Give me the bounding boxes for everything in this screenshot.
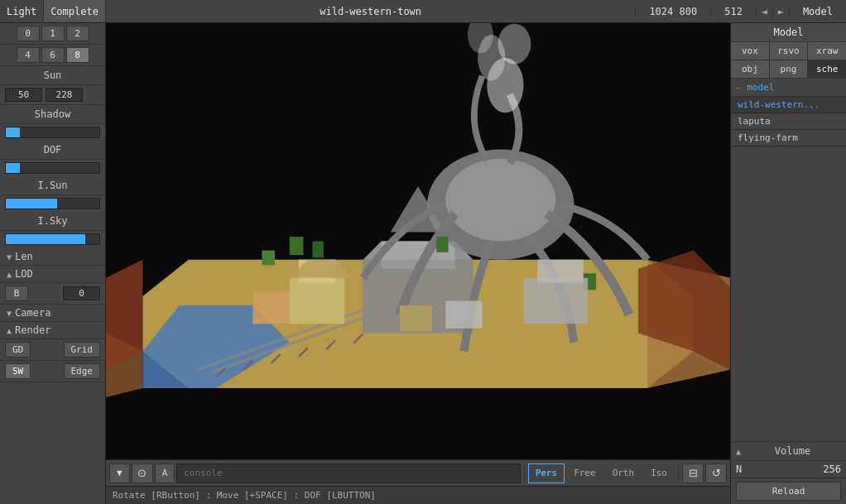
sun-input-2[interactable] xyxy=(46,88,83,102)
shadow-slider[interactable] xyxy=(5,127,100,138)
model-tab-label: Model xyxy=(790,6,846,17)
volume-section: ▲ Volume N 256 Reload xyxy=(731,441,846,504)
png-btn[interactable]: png xyxy=(770,60,809,78)
svg-rect-23 xyxy=(290,237,304,255)
refresh-icon: ↺ xyxy=(712,467,721,479)
gd-btn[interactable]: GD xyxy=(5,342,31,358)
right-panel: Model vox rsvo xraw obj png sche - model… xyxy=(730,23,846,504)
dof-slider-fill xyxy=(6,163,20,173)
lod-row[interactable]: ▲ LOD xyxy=(0,266,105,283)
free-label: Free xyxy=(574,468,596,478)
scene-name: wild-western-town xyxy=(106,6,635,17)
num-btn-8[interactable]: 8 xyxy=(66,47,89,63)
console-input[interactable] xyxy=(176,463,520,483)
right-btn-row-1: vox rsvo xraw xyxy=(731,42,846,60)
sun-input-1[interactable] xyxy=(5,88,42,102)
lod-b-btn[interactable]: B xyxy=(5,286,28,301)
isky-slider-fill xyxy=(6,234,85,244)
down-arrow-icon: ▼ xyxy=(117,468,123,478)
complete-tab[interactable]: Complete xyxy=(44,0,106,22)
canvas-view[interactable] xyxy=(106,23,730,459)
render-label: Render xyxy=(15,324,50,336)
vox-btn[interactable]: vox xyxy=(731,42,770,60)
vol-n-val: 256 xyxy=(823,463,841,475)
len-row[interactable]: ▼ Len xyxy=(0,248,105,266)
left-panel: 0 1 2 4 6 8 Sun Shadow DOF I.Sun xyxy=(0,23,106,504)
num-btn-4[interactable]: 4 xyxy=(17,47,40,63)
xraw-btn[interactable]: xraw xyxy=(808,42,846,60)
lod-arrow: ▲ xyxy=(7,270,12,279)
num-btn-2[interactable]: 2 xyxy=(66,26,89,41)
dof-slider[interactable] xyxy=(5,162,100,174)
toolbar-sep-2 xyxy=(678,465,679,482)
right-panel-spacer xyxy=(731,146,846,441)
num-btn-1[interactable]: 1 xyxy=(41,26,65,41)
svg-rect-26 xyxy=(436,237,448,252)
model-section-label[interactable]: - model xyxy=(736,82,841,93)
iso-btn[interactable]: Iso xyxy=(643,463,675,483)
num-row-2: 4 6 8 xyxy=(0,45,105,66)
orth-btn[interactable]: Orth xyxy=(605,463,642,483)
svg-rect-31 xyxy=(252,291,289,324)
len-arrow: ▼ xyxy=(7,252,12,262)
volume-header: ▲ Volume xyxy=(731,442,846,461)
top-bar: Light Complete wild-western-town 1024 80… xyxy=(0,0,846,23)
layout-icon-btn[interactable]: ⊟ xyxy=(682,463,704,483)
svg-rect-25 xyxy=(262,251,276,266)
iso-label: Iso xyxy=(651,468,667,478)
camera-arrow: ▼ xyxy=(7,309,12,318)
light-label: Light xyxy=(7,6,36,17)
reload-btn[interactable]: Reload xyxy=(736,482,841,501)
layout-icon: ⊟ xyxy=(689,467,698,479)
svg-marker-34 xyxy=(106,260,142,370)
rsvo-btn[interactable]: rsvo xyxy=(770,42,809,60)
num-btn-0[interactable]: 0 xyxy=(17,26,40,41)
samples-display: 512 xyxy=(711,6,757,17)
pers-label: Pers xyxy=(536,468,558,478)
resolution-display: 1024 800 xyxy=(635,6,711,17)
render-row[interactable]: ▲ Render xyxy=(0,322,105,339)
sw-btn[interactable]: SW xyxy=(5,363,31,379)
model-item-1[interactable]: laputa xyxy=(731,113,846,130)
vol-n-label: N xyxy=(736,463,742,475)
svg-rect-33 xyxy=(537,260,583,283)
model-item-2[interactable]: flying-farm xyxy=(731,130,846,146)
model-item-0[interactable]: wild-western... xyxy=(731,97,846,113)
svg-rect-36 xyxy=(400,305,432,331)
volume-label: Volume xyxy=(744,445,841,457)
camera-btn[interactable]: ⊙ xyxy=(132,463,153,483)
svg-point-18 xyxy=(445,159,555,242)
obj-btn[interactable]: obj xyxy=(731,60,770,78)
refresh-btn[interactable]: ↺ xyxy=(705,463,727,483)
light-tab[interactable]: Light xyxy=(0,0,44,22)
camera-row[interactable]: ▼ Camera xyxy=(0,305,105,322)
complete-label: Complete xyxy=(50,6,99,17)
isun-slider[interactable] xyxy=(5,198,100,209)
shadow-label: Shadow xyxy=(0,105,105,124)
svg-point-21 xyxy=(498,24,531,65)
pers-btn[interactable]: Pers xyxy=(528,463,565,483)
isky-slider[interactable] xyxy=(5,233,100,245)
nav-right-arrow[interactable]: ► xyxy=(773,6,790,17)
sche-btn[interactable]: sche xyxy=(808,60,846,78)
isun-label: I.Sun xyxy=(0,176,105,195)
orth-label: Orth xyxy=(613,468,635,478)
lod-val-input[interactable] xyxy=(63,286,100,300)
num-row-1: 0 1 2 xyxy=(0,23,105,45)
free-btn[interactable]: Free xyxy=(566,463,603,483)
isun-slider-fill xyxy=(6,199,57,209)
num-btn-6[interactable]: 6 xyxy=(41,47,65,63)
status-text: Rotate [RButton] : Move [+SPACE] : DOF [… xyxy=(113,490,376,501)
canvas-area: ▼ ⊙ A Pers Free Orth Iso xyxy=(106,23,730,504)
nav-left-arrow[interactable]: ◄ xyxy=(757,6,773,17)
grid-btn[interactable]: Grid xyxy=(64,342,101,358)
camera-label: Camera xyxy=(15,307,50,319)
a-btn[interactable]: A xyxy=(155,463,175,483)
shadow-slider-fill xyxy=(6,127,20,137)
right-panel-title: Model xyxy=(731,23,846,42)
right-btn-row-2: obj png sche xyxy=(731,60,846,79)
render-arrow: ▲ xyxy=(7,326,12,335)
lod-value-row: B xyxy=(0,283,105,305)
toolbar-down-arrow-btn[interactable]: ▼ xyxy=(109,463,130,483)
edge-btn[interactable]: Edge xyxy=(64,363,101,379)
